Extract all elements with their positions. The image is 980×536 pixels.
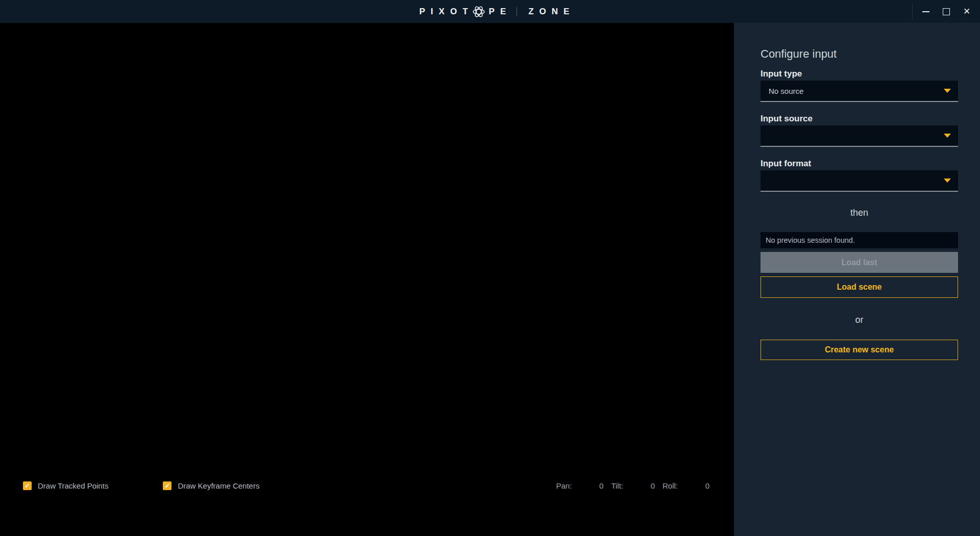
window-controls-divider [912,4,913,19]
input-source-label: Input source [761,114,958,124]
app-logo: PIXOT PE ZONE [420,5,575,18]
window-controls: ✕ [912,0,977,23]
then-label: then [761,208,958,218]
pixotope-atom-icon [472,5,485,18]
input-format-select[interactable] [761,170,958,192]
input-format-label: Input format [761,159,958,169]
chevron-down-icon [944,178,951,183]
roll-label: Roll: [663,481,678,490]
chevron-down-icon [944,89,951,93]
maximize-button[interactable] [936,0,957,23]
load-last-button[interactable]: Load last [761,252,958,273]
checkbox-checked-icon: ✓ [163,481,172,490]
check-icon: ✓ [164,482,170,489]
viewport: ✓ Draw Tracked Points ✓ Draw Keyframe Ce… [0,23,734,536]
checkbox-label: Draw Tracked Points [38,481,108,490]
checkbox-checked-icon: ✓ [23,481,32,490]
brand-pixotope-suffix: PE [489,7,512,16]
check-icon: ✓ [24,482,30,489]
input-type-value: No source [769,87,944,95]
or-label: or [761,315,958,325]
brand-product: ZONE [528,7,575,16]
checkbox-label: Draw Keyframe Centers [178,481,259,490]
brand-divider [517,7,517,16]
close-icon: ✕ [963,7,970,16]
close-button[interactable]: ✕ [957,0,977,23]
draw-tracked-points-checkbox[interactable]: ✓ Draw Tracked Points [23,481,108,490]
chevron-down-icon [944,134,951,138]
panel-title: Configure input [761,47,958,61]
minimize-icon [922,11,929,12]
camera-readouts: Pan: 0 Tilt: 0 Roll: 0 [556,481,709,490]
configure-input-panel: Configure input Input type No source Inp… [734,23,980,536]
draw-options: ✓ Draw Tracked Points ✓ Draw Keyframe Ce… [23,481,259,490]
session-message: No previous session found. [761,232,958,248]
roll-value: 0 [678,481,709,490]
brand-pixotope-prefix: PIXOT [420,7,474,16]
pan-label: Pan: [556,481,572,490]
tilt-value: 0 [623,481,655,490]
input-source-select[interactable] [761,125,958,147]
titlebar: PIXOT PE ZONE [0,0,980,23]
viewport-overlay-bar: ✓ Draw Tracked Points ✓ Draw Keyframe Ce… [23,481,709,490]
minimize-button[interactable] [916,0,936,23]
app-window: PIXOT PE ZONE [0,0,980,536]
pan-value: 0 [572,481,603,490]
tilt-label: Tilt: [611,481,623,490]
create-new-scene-button[interactable]: Create new scene [761,340,958,360]
input-type-label: Input type [761,69,958,79]
draw-keyframe-centers-checkbox[interactable]: ✓ Draw Keyframe Centers [163,481,259,490]
input-type-select[interactable]: No source [761,81,958,102]
maximize-icon [943,8,950,15]
load-scene-button[interactable]: Load scene [761,276,958,298]
